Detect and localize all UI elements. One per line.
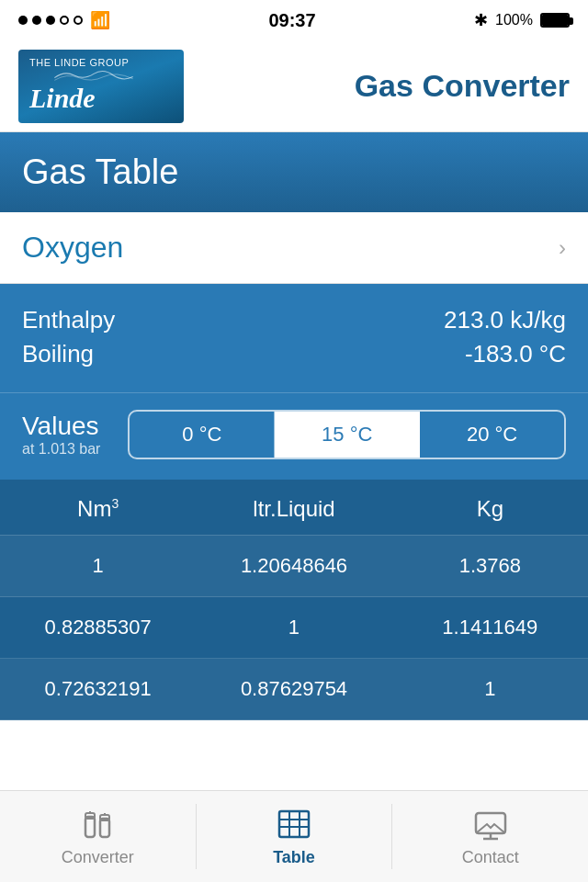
table-row: 0.82885307 1 1.1411649 [0, 597, 588, 659]
nav-label-contact: Contact [462, 848, 519, 867]
table-row: 0.72632191 0.87629754 1 [0, 659, 588, 720]
values-sub-label: at 1.013 bar [22, 441, 100, 458]
status-bar: 📶 09:37 ✱ 100% [0, 0, 588, 40]
gas-table-banner: Gas Table [0, 132, 588, 212]
nav-item-contact[interactable]: Contact [392, 791, 588, 882]
cell-r3c2: 0.87629754 [196, 659, 391, 719]
contact-icon [472, 806, 509, 842]
values-main-label: Values [22, 412, 100, 441]
cell-r1c3: 1.3768 [392, 536, 588, 596]
enthalpy-row: Enthalpy 213.0 kJ/kg [22, 306, 566, 334]
boiling-row: Boiling -183.0 °C [22, 340, 566, 368]
logo-name: Linde [29, 83, 96, 114]
battery-icon [540, 13, 570, 28]
temp-20c-button[interactable]: 20 °C [420, 412, 564, 458]
dot-2 [32, 16, 41, 25]
gas-name: Oxygen [22, 231, 123, 265]
cell-r3c3: 1 [392, 659, 588, 719]
nav-item-table[interactable]: Table [197, 791, 392, 882]
chevron-right-icon: › [559, 235, 566, 261]
table-row: 1 1.20648646 1.3768 [0, 536, 588, 597]
status-right: ✱ 100% [474, 10, 570, 30]
values-label: Values at 1.013 bar [22, 412, 100, 458]
cell-r2c3: 1.1411649 [392, 597, 588, 658]
boiling-label: Boiling [22, 340, 94, 368]
temp-0c-button[interactable]: 0 °C [130, 412, 275, 458]
app-title: Gas Converter [355, 68, 570, 104]
enthalpy-label: Enthalpy [22, 306, 115, 334]
app-header: THE LINDE GROUP Linde Gas Converter [0, 40, 588, 132]
temp-15c-button[interactable]: 15 °C [275, 412, 420, 458]
values-section: Values at 1.013 bar 0 °C 15 °C 20 °C [0, 392, 588, 480]
cell-r2c2: 1 [196, 597, 391, 658]
bottom-nav: Converter Table Contact [0, 790, 588, 882]
logo-group-text: THE LINDE GROUP [29, 57, 129, 68]
nav-label-table: Table [273, 848, 315, 867]
dot-3 [46, 16, 55, 25]
dot-5 [74, 16, 83, 25]
linde-logo: THE LINDE GROUP Linde [18, 50, 184, 123]
cell-r1c1: 1 [0, 536, 196, 596]
dot-4 [60, 16, 69, 25]
temperature-selector[interactable]: 0 °C 15 °C 20 °C [128, 410, 566, 459]
gas-selector[interactable]: Oxygen › [0, 212, 588, 284]
cell-r1c2: 1.20648646 [196, 536, 391, 596]
converter-icon [79, 806, 116, 842]
cell-r3c1: 0.72632191 [0, 659, 196, 719]
properties-section: Enthalpy 213.0 kJ/kg Boiling -183.0 °C [0, 284, 588, 392]
battery-percent: 100% [495, 12, 533, 28]
cell-r2c1: 0.82885307 [0, 597, 196, 658]
status-left: 📶 [18, 10, 110, 30]
boiling-value: -183.0 °C [465, 340, 566, 368]
signal-dots [18, 16, 83, 25]
nav-item-converter[interactable]: Converter [0, 791, 196, 882]
wifi-icon: 📶 [90, 10, 110, 30]
table-header: Nm3 ltr.Liquid Kg [0, 480, 588, 536]
logo-wave-svg [29, 68, 158, 83]
bluetooth-icon: ✱ [474, 10, 488, 30]
dot-1 [18, 16, 28, 25]
nav-label-converter: Converter [62, 848, 134, 867]
status-time: 09:37 [268, 10, 315, 31]
col-header-kg: Kg [392, 480, 588, 535]
svg-rect-0 [85, 817, 95, 837]
table-icon [276, 806, 312, 842]
values-header: Values at 1.013 bar 0 °C 15 °C 20 °C [22, 410, 566, 459]
col-header-ltr: ltr.Liquid [196, 480, 391, 535]
data-table: Nm3 ltr.Liquid Kg 1 1.20648646 1.3768 0.… [0, 480, 588, 720]
enthalpy-value: 213.0 kJ/kg [444, 306, 566, 334]
gas-table-title: Gas Table [22, 153, 566, 192]
battery-fill [542, 15, 568, 26]
col-header-nm3: Nm3 [0, 480, 196, 535]
svg-rect-6 [279, 811, 309, 837]
